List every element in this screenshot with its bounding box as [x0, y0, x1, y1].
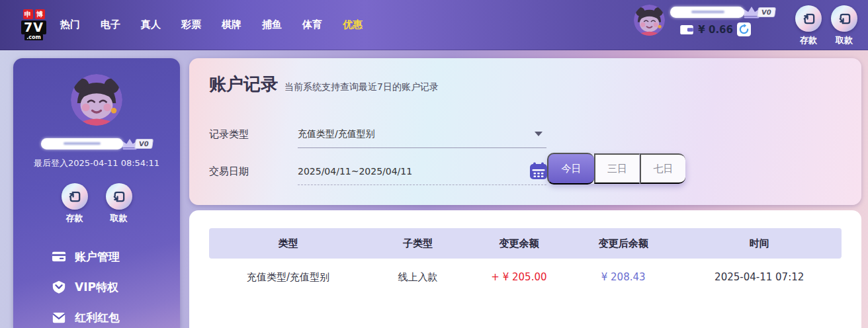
vip-level-badge: V0 — [757, 7, 776, 17]
sidebar-item-vip-privileges[interactable]: VIP特权 — [13, 272, 180, 302]
range-button-7days[interactable]: 七日 — [640, 153, 685, 184]
sidebar-withdraw-button[interactable]: 取款 — [106, 183, 132, 224]
withdraw-icon — [111, 189, 126, 204]
range-button-today[interactable]: 今日 — [547, 153, 594, 184]
sidebar-avatar[interactable] — [71, 74, 122, 126]
record-type-value: 充值类型/充值型别 — [298, 128, 375, 140]
red-packet-icon — [52, 310, 66, 325]
table-row: 充值类型/充值型别 线上入款 + ¥ 205.00 ¥ 208.43 2025-… — [209, 259, 842, 296]
topbar-quick-actions: 存款 取款 — [795, 5, 857, 46]
logo-badge-right: 博 — [35, 9, 45, 19]
sidebar-withdraw-label: 取款 — [110, 212, 128, 224]
account-records-panel: 账户记录 当前系统支持查询最近7日的账户记录 记录类型 充值类型/充值型别 交易… — [189, 58, 861, 205]
withdraw-button[interactable]: 取款 — [831, 5, 857, 46]
col-header-balance-after: 变更后余额 — [570, 237, 677, 250]
range-button-3days[interactable]: 三日 — [594, 153, 640, 184]
nav-item-promotions[interactable]: 优惠 — [343, 19, 363, 31]
sidebar-menu: 账户管理 VIP特权 红利红包 — [13, 241, 180, 328]
sidebar-item-label: 红利红包 — [75, 310, 120, 325]
refresh-balance-icon[interactable] — [737, 22, 751, 36]
sidebar-deposit-button[interactable]: 存款 — [62, 183, 88, 224]
nav-item-live[interactable]: 真人 — [141, 19, 161, 31]
user-avatar[interactable] — [634, 5, 665, 36]
vip-badge-icon — [52, 280, 66, 294]
cell-subtype: 线上入款 — [367, 271, 468, 284]
cell-type: 充值类型/充值型别 — [209, 271, 367, 284]
date-range-picker[interactable]: 2025/04/11~2025/04/11 — [298, 157, 546, 185]
record-type-dropdown[interactable]: 充值类型/充值型别 — [298, 120, 546, 148]
nav-item-hot[interactable]: 热门 — [60, 19, 80, 31]
sidebar-deposit-label: 存款 — [66, 212, 83, 224]
nav-item-slots[interactable]: 电子 — [101, 19, 120, 31]
sidebar-vip-level-badge: V0 — [134, 139, 153, 149]
nav-item-fishing[interactable]: 捕鱼 — [262, 19, 282, 31]
date-range-value: 2025/04/11~2025/04/11 — [298, 166, 412, 177]
account-sidebar: V0 最后登入2025-04-11 08:54:11 存款 取款 账户管理 — [13, 58, 180, 328]
page-subtitle: 当前系统支持查询最近7日的账户记录 — [284, 81, 439, 93]
sidebar-quick-actions: 存款 取款 — [13, 183, 180, 224]
record-type-label: 记录类型 — [209, 120, 249, 148]
last-login-text: 最后登入2025-04-11 08:54:11 — [13, 157, 180, 169]
col-header-time: 时间 — [677, 237, 842, 250]
col-header-subtype: 子类型 — [367, 237, 468, 250]
deposit-icon — [801, 11, 816, 26]
sidebar-username-redacted — [41, 138, 123, 149]
site-logo[interactable]: 申 博 7V .com — [17, 9, 51, 40]
deposit-icon — [67, 189, 82, 204]
cell-balance-after: ¥ 208.43 — [570, 271, 677, 283]
main-nav: 热门 电子 真人 彩票 棋牌 捕鱼 体育 优惠 — [60, 19, 363, 31]
col-header-type: 类型 — [209, 237, 367, 250]
sidebar-item-bonus-red-packet[interactable]: 红利红包 — [13, 302, 180, 328]
sidebar-item-label: VIP特权 — [75, 280, 118, 295]
cell-change-amount: + ¥ 205.00 — [468, 271, 570, 283]
chevron-down-icon — [535, 132, 542, 136]
sidebar-item-account-management[interactable]: 账户管理 — [13, 241, 180, 272]
withdraw-icon — [837, 11, 852, 26]
top-navigation-bar: 申 博 7V .com 热门 电子 真人 彩票 棋牌 捕鱼 体育 优惠 V0 — [0, 0, 868, 50]
date-range-quick-buttons: 今日 三日 七日 — [548, 153, 685, 184]
col-header-change-amount: 变更余额 — [468, 237, 570, 250]
nav-item-sports[interactable]: 体育 — [302, 19, 322, 31]
sidebar-item-label: 账户管理 — [75, 249, 120, 265]
logo-suffix: .com — [24, 34, 43, 40]
logo-badge-left: 申 — [23, 9, 33, 19]
cell-time: 2025-04-11 07:12 — [677, 271, 842, 283]
bank-card-icon — [52, 249, 66, 264]
logo-badges: 申 博 — [23, 9, 45, 19]
user-info-cluster: V0 ¥ 0.66 — [634, 5, 775, 36]
table-header-row: 类型 子类型 变更余额 变更后余额 时间 — [209, 228, 842, 259]
records-table-panel: 类型 子类型 变更余额 变更后余额 时间 充值类型/充值型别 线上入款 + ¥ … — [189, 210, 861, 328]
transaction-date-label: 交易日期 — [209, 157, 249, 185]
page-title: 账户记录 — [209, 73, 278, 96]
logo-main-text: 7V — [21, 20, 46, 34]
deposit-label: 存款 — [800, 34, 817, 46]
deposit-button[interactable]: 存款 — [795, 5, 822, 46]
username-redacted — [670, 7, 744, 18]
balance-amount: ¥ 0.66 — [698, 24, 733, 36]
nav-item-cards[interactable]: 棋牌 — [222, 19, 241, 31]
withdraw-label: 取款 — [836, 34, 853, 46]
wallet-icon — [679, 24, 694, 35]
calendar-icon[interactable] — [529, 162, 548, 180]
nav-item-lottery[interactable]: 彩票 — [181, 19, 201, 31]
